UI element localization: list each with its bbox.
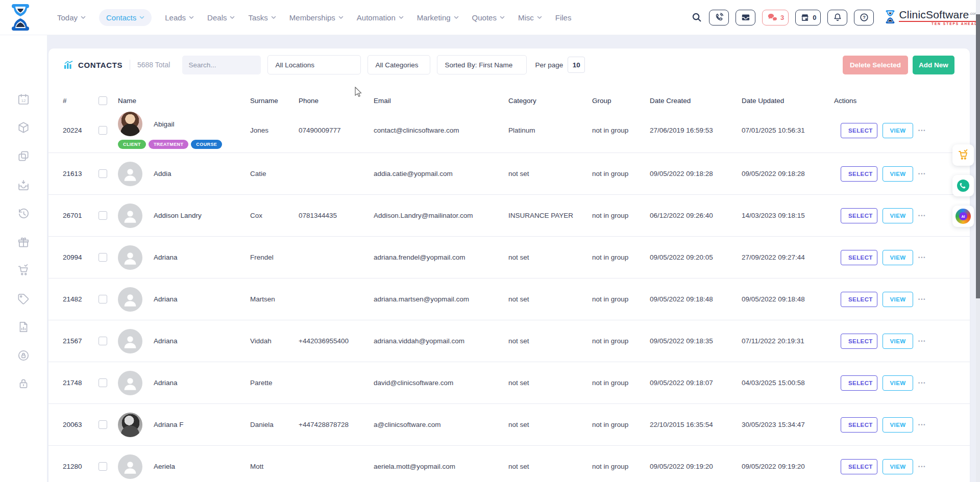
categories-filter[interactable]: All Categories — [368, 55, 430, 74]
view-button[interactable]: VIEW — [883, 123, 913, 138]
contact-name[interactable]: Adriana F — [154, 421, 184, 428]
phone-button[interactable] — [709, 10, 729, 26]
report-icon[interactable] — [17, 320, 30, 334]
row-checkbox[interactable] — [99, 462, 107, 471]
contact-name[interactable]: Abigail — [154, 120, 175, 128]
select-button[interactable]: SELECT — [841, 459, 877, 474]
sort-filter[interactable]: Sorted By: First Name — [437, 55, 527, 74]
contact-avatar[interactable] — [118, 204, 142, 228]
row-more-button[interactable]: ••• — [918, 464, 926, 469]
view-button[interactable]: VIEW — [883, 375, 913, 391]
select-button[interactable]: SELECT — [841, 208, 877, 223]
row-checkbox[interactable] — [99, 211, 107, 220]
contact-avatar[interactable] — [118, 371, 142, 395]
help-button[interactable]: ? — [854, 10, 874, 26]
select-button[interactable]: SELECT — [841, 250, 877, 265]
nav-item-tasks[interactable]: Tasks — [248, 13, 276, 22]
select-all-checkbox[interactable] — [99, 96, 107, 105]
floating-phone-button[interactable] — [952, 175, 974, 196]
contact-name[interactable]: Adriana — [154, 295, 178, 303]
row-checkbox[interactable] — [99, 420, 107, 429]
tag-icon[interactable] — [17, 292, 30, 306]
row-more-button[interactable]: ••• — [918, 171, 926, 176]
contact-name[interactable]: Addison Landry — [154, 212, 202, 219]
nav-item-misc[interactable]: Misc — [518, 13, 542, 22]
contact-avatar[interactable] — [118, 329, 142, 353]
nav-item-leads[interactable]: Leads — [165, 13, 194, 22]
app-logo-icon[interactable] — [9, 3, 32, 34]
nav-item-quotes[interactable]: Quotes — [472, 13, 505, 22]
row-checkbox[interactable] — [99, 253, 107, 262]
floating-cart-button[interactable] — [952, 144, 974, 166]
nav-item-memberships[interactable]: Memberships — [289, 13, 344, 22]
chat-button[interactable]: 3 — [762, 10, 789, 26]
row-checkbox[interactable] — [99, 337, 107, 345]
contact-avatar[interactable] — [118, 245, 142, 270]
contact-name[interactable]: Aeriela — [154, 463, 175, 470]
add-new-button[interactable]: Add New — [913, 56, 954, 74]
scrollbar-thumb[interactable] — [976, 14, 980, 298]
search-input[interactable] — [187, 61, 280, 69]
row-more-button[interactable]: ••• — [918, 213, 926, 218]
copy-icon[interactable] — [17, 149, 30, 163]
nav-item-deals[interactable]: Deals — [207, 13, 235, 22]
tray-download-icon[interactable] — [17, 179, 30, 192]
row-more-button[interactable]: ••• — [918, 297, 926, 302]
select-button[interactable]: SELECT — [841, 123, 877, 138]
notifications-button[interactable] — [827, 10, 847, 26]
lock-icon[interactable] — [17, 377, 30, 390]
contact-avatar[interactable] — [118, 454, 142, 479]
col-date-updated: Date Updated — [742, 97, 834, 105]
row-more-button[interactable]: ••• — [918, 339, 926, 344]
nav-item-contacts[interactable]: Contacts — [99, 9, 152, 26]
user-lock-icon[interactable] — [17, 349, 30, 362]
store-button[interactable]: 0 — [795, 10, 821, 26]
brand-logo[interactable]: ClinicSoftware.com TEN STEPS AHEAD — [885, 9, 977, 26]
floating-ai-button[interactable]: AI — [952, 206, 974, 227]
package-icon[interactable] — [17, 121, 30, 134]
nav-item-marketing[interactable]: Marketing — [417, 13, 459, 22]
contact-avatar[interactable] — [118, 413, 142, 437]
select-button[interactable]: SELECT — [841, 166, 877, 182]
row-checkbox[interactable] — [99, 169, 107, 178]
contact-name[interactable]: Adriana — [154, 337, 178, 345]
locations-filter[interactable]: All Locations — [267, 55, 361, 74]
contact-avatar[interactable] — [118, 287, 142, 312]
calendar-icon[interactable]: 12 — [17, 93, 30, 106]
row-more-button[interactable]: ••• — [918, 380, 926, 386]
row-checkbox[interactable] — [99, 126, 107, 135]
view-button[interactable]: VIEW — [883, 334, 913, 349]
view-button[interactable]: VIEW — [883, 292, 913, 307]
select-button[interactable]: SELECT — [841, 417, 877, 433]
view-button[interactable]: VIEW — [883, 417, 913, 433]
select-button[interactable]: SELECT — [841, 375, 877, 391]
contact-avatar[interactable] — [118, 162, 142, 186]
inbox-button[interactable] — [736, 10, 755, 26]
history-icon[interactable] — [17, 207, 30, 220]
search-icon[interactable] — [691, 12, 702, 23]
per-page-input[interactable]: 10 — [568, 57, 585, 73]
delete-selected-button[interactable]: Delete Selected — [843, 56, 908, 74]
nav-item-files[interactable]: Files — [555, 13, 572, 22]
row-checkbox[interactable] — [99, 378, 107, 387]
view-button[interactable]: VIEW — [883, 166, 913, 182]
row-checkbox[interactable] — [99, 295, 107, 303]
gift-icon[interactable] — [17, 236, 30, 249]
view-button[interactable]: VIEW — [883, 208, 913, 223]
badge-list: CLIENTTREATMENTCOURSE — [118, 140, 250, 149]
row-more-button[interactable]: ••• — [918, 422, 926, 427]
contact-avatar[interactable] — [118, 112, 142, 136]
select-button[interactable]: SELECT — [841, 292, 877, 307]
contact-name[interactable]: Addia — [154, 170, 172, 177]
cart-icon[interactable] — [17, 264, 30, 277]
nav-item-today[interactable]: Today — [57, 13, 86, 22]
nav-item-automation[interactable]: Automation — [357, 13, 404, 22]
contact-name[interactable]: Adriana — [154, 253, 178, 261]
row-more-button[interactable]: ••• — [918, 128, 926, 133]
row-more-button[interactable]: ••• — [918, 255, 926, 260]
view-button[interactable]: VIEW — [883, 250, 913, 265]
select-button[interactable]: SELECT — [841, 334, 877, 349]
view-button[interactable]: VIEW — [883, 459, 913, 474]
contact-name[interactable]: Adriana — [154, 379, 178, 387]
chevron-down-icon — [189, 16, 194, 19]
